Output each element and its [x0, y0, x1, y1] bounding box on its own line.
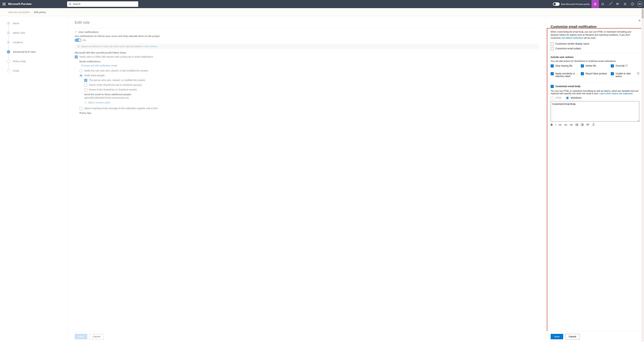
app-launcher-icon[interactable]	[1, 1, 7, 7]
add-remove-users-button[interactable]: ＋Add or remove users	[84, 100, 539, 104]
bullet-list-icon[interactable]	[576, 124, 578, 126]
user-avatar[interactable]: MC	[637, 1, 643, 7]
include-actions-heading: Include user actions	[551, 56, 639, 58]
email-notifications-heading: Email notifications	[80, 60, 539, 63]
default-notification-link[interactable]: the default notification	[562, 36, 583, 39]
person-sent-checkbox[interactable]: ✓	[84, 79, 87, 82]
format-html-radio[interactable]	[551, 96, 554, 100]
breadcrumb-parent[interactable]: Data loss prevention	[8, 11, 30, 14]
policy-tips-heading: Policy tips	[80, 112, 539, 114]
section-user-notifications[interactable]: User notifications	[75, 28, 539, 34]
search-input[interactable]: Search	[67, 1, 138, 7]
step-name[interactable]: ✓Name	[7, 22, 64, 25]
help-icon[interactable]: ?	[629, 0, 636, 8]
info-icon: i	[78, 45, 80, 48]
svg-point-3	[595, 4, 596, 4]
search-placeholder: Search	[73, 3, 80, 6]
plus-icon: ＋	[84, 100, 87, 104]
svg-rect-15	[581, 124, 581, 124]
italic-button[interactable]: I	[556, 124, 556, 126]
notify-these-people-radio[interactable]	[80, 74, 82, 77]
info-icon[interactable]: i	[625, 64, 628, 67]
numbered-list-icon[interactable]	[581, 124, 584, 126]
customize-body-sub: You can use HTML or markdown formatting …	[551, 90, 639, 95]
svg-point-2	[594, 3, 596, 5]
customize-cancel-button[interactable]: Cancel	[565, 334, 580, 339]
step-policy-mode[interactable]: Policy mode	[7, 60, 64, 63]
breadcrumb-current: Edit policy	[34, 11, 46, 14]
customize-email-panel: ✕ Customize email notification When cust…	[546, 16, 644, 342]
portal-toggle[interactable]	[553, 2, 560, 6]
notifications-icon[interactable]	[599, 0, 606, 8]
learn-where-link[interactable]: Learn where p	[144, 45, 158, 48]
copilot-icon[interactable]	[592, 0, 599, 8]
step-advanced-dlp-rules[interactable]: Advanced DLP rules	[7, 50, 64, 54]
close-icon[interactable]: ✕	[638, 19, 640, 22]
additional-email-value: admin@m365x95374234.onmicrosoft.com	[84, 96, 539, 99]
files-heading: Microsoft 365 files and Microsoft Fabric…	[75, 51, 539, 54]
formatting-toolbar: B I H1 H2 H3	[551, 124, 639, 126]
svg-rect-14	[576, 126, 578, 126]
svg-point-4	[616, 3, 618, 4]
notifications-toggle[interactable]	[75, 38, 82, 42]
chevron-right-icon: ›	[32, 11, 32, 14]
edit-rule-cancel-button[interactable]: Cancel	[89, 334, 104, 339]
diagnostics-badge: 1	[612, 1, 612, 3]
people-icon[interactable]	[614, 0, 621, 8]
h1-button[interactable]: H1	[559, 124, 562, 126]
step-locations[interactable]: ✓Locations	[7, 41, 64, 44]
wizard-stepper: ✓Name ✓Admin units ✓Locations Advanced D…	[0, 16, 68, 342]
vertical-scrollbar[interactable]	[641, 8, 644, 342]
chevron-up-icon	[75, 31, 77, 33]
svg-line-1	[71, 4, 71, 5]
svg-point-9	[576, 124, 576, 124]
h2-button[interactable]: H2	[564, 124, 567, 126]
customize-sender-checkbox[interactable]	[551, 42, 554, 46]
customize-body-checkbox[interactable]: ✓	[551, 85, 554, 88]
step-finish[interactable]: Finish	[7, 69, 64, 72]
email-body-textarea[interactable]	[551, 101, 639, 122]
notify-sender-radio[interactable]	[80, 69, 82, 72]
edit-rule-save-button[interactable]: Save	[75, 334, 87, 339]
attach-email-checkbox[interactable]	[80, 107, 82, 110]
top-bar: Microsoft Purview Search New Microsoft P…	[0, 0, 644, 8]
svg-rect-20	[582, 126, 584, 126]
additional-people-label: Send the email to these additional peopl…	[84, 93, 539, 96]
override-checkbox[interactable]: ✓	[611, 64, 614, 68]
format-markdown-radio[interactable]	[566, 96, 569, 100]
h3-button[interactable]: H3	[570, 124, 573, 126]
svg-rect-16	[582, 124, 584, 124]
svg-rect-10	[576, 124, 578, 124]
link-icon[interactable]	[592, 124, 595, 126]
toggle-label: On	[83, 39, 86, 42]
apply-label-checkbox[interactable]: ✓	[551, 72, 554, 75]
svg-point-11	[576, 124, 576, 125]
notify-policy-tip-checkbox[interactable]: ✓	[75, 56, 78, 58]
tokens-link[interactable]: Learn which tokens are supported	[600, 92, 633, 95]
report-false-positive-checkbox[interactable]: ✓	[581, 72, 584, 75]
code-icon[interactable]	[586, 124, 589, 126]
brand-title: Microsoft Purview	[8, 2, 32, 6]
settings-icon[interactable]	[621, 0, 629, 8]
customize-description: When customizing the email body, you can…	[551, 30, 639, 40]
content-owner-checkbox[interactable]	[84, 88, 87, 91]
diagnostics-icon[interactable]: 1	[606, 0, 614, 8]
bold-button[interactable]: B	[551, 124, 553, 126]
search-icon	[69, 3, 72, 6]
svg-rect-18	[582, 124, 584, 125]
info-icon[interactable]: i	[637, 72, 639, 74]
edit-rule-panel: Edit rule User notifications Use notific…	[68, 16, 546, 342]
breadcrumb: Data loss prevention › Edit policy	[0, 8, 644, 16]
customize-save-button[interactable]: Save	[551, 334, 563, 339]
info-banner: i Support and behavior for policy tips v…	[75, 44, 539, 49]
svg-point-5	[618, 4, 619, 4]
unable-to-take-action-checkbox[interactable]: ✓	[611, 72, 614, 75]
step-admin-units[interactable]: ✓Admin units	[7, 31, 64, 34]
delete-file-checkbox[interactable]: ✓	[581, 64, 584, 68]
site-owner-checkbox[interactable]	[84, 84, 87, 86]
portal-toggle-label: New Microsoft Purview portal	[561, 3, 590, 6]
stop-sharing-checkbox[interactable]: ✓	[551, 64, 554, 68]
preview-notification-link[interactable]: Preview and edit notification email	[81, 64, 539, 67]
svg-text:?: ?	[632, 3, 633, 5]
customize-subject-checkbox[interactable]	[551, 47, 554, 50]
